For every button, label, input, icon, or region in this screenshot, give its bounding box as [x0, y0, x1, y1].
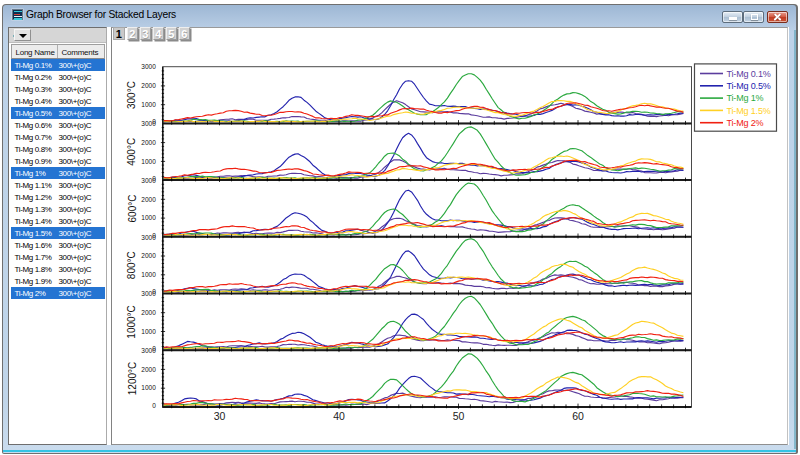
svg-text:1200°C: 1200°C: [126, 361, 137, 394]
svg-text:2000: 2000: [141, 365, 156, 372]
svg-text:600°C: 600°C: [126, 194, 137, 222]
svg-text:800°C: 800°C: [126, 251, 137, 279]
svg-text:Ti-Mg 2%: Ti-Mg 2%: [726, 117, 763, 127]
svg-text:60: 60: [572, 410, 584, 422]
svg-text:Ti-Mg 0.5%: Ti-Mg 0.5%: [726, 81, 770, 91]
svg-text:40: 40: [333, 410, 345, 422]
svg-text:1000: 1000: [141, 214, 156, 221]
svg-text:Ti-Mg 1.5%: Ti-Mg 1.5%: [726, 105, 770, 115]
svg-text:Ti-Mg 1%: Ti-Mg 1%: [726, 93, 763, 103]
svg-text:2000: 2000: [141, 138, 156, 145]
svg-text:3000: 3000: [141, 63, 156, 70]
svg-text:3000: 3000: [141, 233, 156, 240]
svg-text:2000: 2000: [141, 82, 156, 89]
svg-text:3000: 3000: [141, 176, 156, 183]
svg-text:50: 50: [452, 410, 464, 422]
svg-text:3000: 3000: [141, 346, 156, 353]
svg-text:1000: 1000: [141, 100, 156, 107]
svg-text:Ti-Mg 0.1%: Ti-Mg 0.1%: [726, 68, 770, 78]
svg-text:1000: 1000: [141, 157, 156, 164]
svg-text:400°C: 400°C: [126, 137, 137, 165]
svg-text:0: 0: [152, 401, 156, 408]
svg-text:1000°C: 1000°C: [126, 305, 137, 338]
svg-text:2000: 2000: [141, 252, 156, 259]
svg-text:1000: 1000: [141, 327, 156, 334]
svg-text:1000: 1000: [141, 271, 156, 278]
svg-text:30: 30: [213, 410, 225, 422]
svg-text:300°C: 300°C: [126, 81, 137, 109]
svg-text:3000: 3000: [141, 120, 156, 127]
svg-text:2000: 2000: [141, 195, 156, 202]
svg-text:1000: 1000: [141, 384, 156, 391]
svg-text:3000: 3000: [141, 290, 156, 297]
svg-text:2000: 2000: [141, 308, 156, 315]
